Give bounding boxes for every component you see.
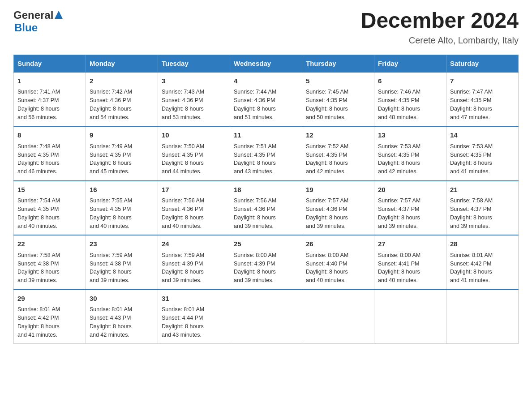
day-number: 23 — [90, 239, 154, 249]
day-info: Sunrise: 8:01 AMSunset: 4:44 PMDaylight:… — [162, 305, 226, 339]
day-info: Sunrise: 7:56 AMSunset: 4:36 PMDaylight:… — [162, 197, 226, 230]
day-number: 6 — [378, 76, 442, 86]
day-info: Sunrise: 7:57 AMSunset: 4:37 PMDaylight:… — [378, 197, 442, 230]
calendar-week-row: 29Sunrise: 8:01 AMSunset: 4:42 PMDayligh… — [14, 290, 519, 344]
col-saturday: Saturday — [446, 55, 519, 72]
logo: General Blue — [13, 9, 63, 34]
day-info: Sunrise: 7:54 AMSunset: 4:35 PMDaylight:… — [17, 197, 82, 230]
calendar-header-row: Sunday Monday Tuesday Wednesday Thursday… — [14, 55, 519, 72]
table-row — [302, 290, 374, 344]
table-row: 26Sunrise: 8:00 AMSunset: 4:40 PMDayligh… — [302, 235, 374, 290]
table-row: 6Sunrise: 7:46 AMSunset: 4:35 PMDaylight… — [374, 72, 446, 127]
table-row: 24Sunrise: 7:59 AMSunset: 4:39 PMDayligh… — [158, 235, 230, 290]
table-row: 28Sunrise: 8:01 AMSunset: 4:42 PMDayligh… — [446, 235, 519, 290]
table-row — [374, 290, 446, 344]
table-row: 18Sunrise: 7:56 AMSunset: 4:36 PMDayligh… — [230, 181, 302, 235]
calendar-week-row: 1Sunrise: 7:41 AMSunset: 4:37 PMDaylight… — [14, 72, 519, 127]
table-row: 11Sunrise: 7:51 AMSunset: 4:35 PMDayligh… — [230, 126, 302, 181]
day-info: Sunrise: 7:58 AMSunset: 4:37 PMDaylight:… — [450, 197, 515, 230]
day-info: Sunrise: 7:59 AMSunset: 4:38 PMDaylight:… — [90, 251, 154, 285]
day-info: Sunrise: 8:00 AMSunset: 4:41 PMDaylight:… — [378, 251, 442, 285]
day-number: 3 — [162, 76, 226, 86]
col-wednesday: Wednesday — [230, 55, 302, 72]
day-info: Sunrise: 7:56 AMSunset: 4:36 PMDaylight:… — [234, 197, 298, 230]
title-area: December 2024 Cerete Alto, Lombardy, Ita… — [361, 9, 519, 46]
calendar-table: Sunday Monday Tuesday Wednesday Thursday… — [13, 55, 519, 344]
day-info: Sunrise: 8:01 AMSunset: 4:42 PMDaylight:… — [450, 251, 515, 285]
day-number: 30 — [90, 294, 154, 304]
day-number: 9 — [90, 130, 154, 141]
svg-marker-0 — [55, 11, 63, 19]
table-row: 27Sunrise: 8:00 AMSunset: 4:41 PMDayligh… — [374, 235, 446, 290]
day-number: 29 — [17, 294, 82, 304]
day-number: 19 — [306, 185, 370, 195]
day-info: Sunrise: 7:52 AMSunset: 4:35 PMDaylight:… — [306, 142, 370, 176]
day-number: 1 — [17, 76, 82, 86]
col-monday: Monday — [86, 55, 158, 72]
table-row — [230, 290, 302, 344]
day-info: Sunrise: 7:58 AMSunset: 4:38 PMDaylight:… — [17, 251, 82, 285]
day-info: Sunrise: 7:41 AMSunset: 4:37 PMDaylight:… — [17, 88, 82, 121]
day-number: 14 — [450, 130, 515, 141]
day-number: 7 — [450, 76, 515, 86]
day-number: 16 — [90, 185, 154, 195]
table-row: 31Sunrise: 8:01 AMSunset: 4:44 PMDayligh… — [158, 290, 230, 344]
day-number: 5 — [306, 76, 370, 86]
day-number: 17 — [162, 185, 226, 195]
table-row: 5Sunrise: 7:45 AMSunset: 4:35 PMDaylight… — [302, 72, 374, 127]
table-row: 29Sunrise: 8:01 AMSunset: 4:42 PMDayligh… — [14, 290, 86, 344]
table-row: 2Sunrise: 7:42 AMSunset: 4:36 PMDaylight… — [86, 72, 158, 127]
day-number: 13 — [378, 130, 442, 141]
page-header: General Blue December 2024 Cerete Alto, … — [13, 9, 519, 46]
table-row: 9Sunrise: 7:49 AMSunset: 4:35 PMDaylight… — [86, 126, 158, 181]
day-info: Sunrise: 7:42 AMSunset: 4:36 PMDaylight:… — [90, 88, 154, 121]
day-info: Sunrise: 7:43 AMSunset: 4:36 PMDaylight:… — [162, 88, 226, 121]
day-number: 24 — [162, 239, 226, 249]
day-number: 28 — [450, 239, 515, 249]
table-row: 13Sunrise: 7:53 AMSunset: 4:35 PMDayligh… — [374, 126, 446, 181]
col-tuesday: Tuesday — [158, 55, 230, 72]
day-info: Sunrise: 7:57 AMSunset: 4:36 PMDaylight:… — [306, 197, 370, 230]
day-number: 15 — [17, 185, 82, 195]
day-info: Sunrise: 8:01 AMSunset: 4:42 PMDaylight:… — [17, 305, 82, 339]
table-row: 23Sunrise: 7:59 AMSunset: 4:38 PMDayligh… — [86, 235, 158, 290]
day-info: Sunrise: 7:44 AMSunset: 4:36 PMDaylight:… — [234, 88, 298, 121]
day-number: 8 — [17, 130, 82, 141]
logo-general-text: General — [13, 9, 53, 21]
day-info: Sunrise: 8:00 AMSunset: 4:39 PMDaylight:… — [234, 251, 298, 285]
day-number: 12 — [306, 130, 370, 141]
col-thursday: Thursday — [302, 55, 374, 72]
day-number: 26 — [306, 239, 370, 249]
calendar-week-row: 15Sunrise: 7:54 AMSunset: 4:35 PMDayligh… — [14, 181, 519, 235]
calendar-week-row: 22Sunrise: 7:58 AMSunset: 4:38 PMDayligh… — [14, 235, 519, 290]
day-info: Sunrise: 7:49 AMSunset: 4:35 PMDaylight:… — [90, 142, 154, 176]
location-subtitle: Cerete Alto, Lombardy, Italy — [361, 35, 519, 46]
col-friday: Friday — [374, 55, 446, 72]
day-info: Sunrise: 7:46 AMSunset: 4:35 PMDaylight:… — [378, 88, 442, 121]
table-row: 15Sunrise: 7:54 AMSunset: 4:35 PMDayligh… — [14, 181, 86, 235]
day-info: Sunrise: 7:51 AMSunset: 4:35 PMDaylight:… — [234, 142, 298, 176]
day-number: 21 — [450, 185, 515, 195]
day-info: Sunrise: 8:01 AMSunset: 4:43 PMDaylight:… — [90, 305, 154, 339]
table-row: 1Sunrise: 7:41 AMSunset: 4:37 PMDaylight… — [14, 72, 86, 127]
table-row: 22Sunrise: 7:58 AMSunset: 4:38 PMDayligh… — [14, 235, 86, 290]
table-row: 14Sunrise: 7:53 AMSunset: 4:35 PMDayligh… — [446, 126, 519, 181]
table-row: 20Sunrise: 7:57 AMSunset: 4:37 PMDayligh… — [374, 181, 446, 235]
table-row: 16Sunrise: 7:55 AMSunset: 4:35 PMDayligh… — [86, 181, 158, 235]
table-row: 10Sunrise: 7:50 AMSunset: 4:35 PMDayligh… — [158, 126, 230, 181]
table-row: 21Sunrise: 7:58 AMSunset: 4:37 PMDayligh… — [446, 181, 519, 235]
month-title: December 2024 — [361, 9, 519, 33]
table-row — [446, 290, 519, 344]
day-number: 27 — [378, 239, 442, 249]
table-row: 7Sunrise: 7:47 AMSunset: 4:35 PMDaylight… — [446, 72, 519, 127]
day-info: Sunrise: 7:55 AMSunset: 4:35 PMDaylight:… — [90, 197, 154, 230]
table-row: 25Sunrise: 8:00 AMSunset: 4:39 PMDayligh… — [230, 235, 302, 290]
day-number: 31 — [162, 294, 226, 304]
table-row: 30Sunrise: 8:01 AMSunset: 4:43 PMDayligh… — [86, 290, 158, 344]
day-info: Sunrise: 7:50 AMSunset: 4:35 PMDaylight:… — [162, 142, 226, 176]
day-number: 25 — [234, 239, 298, 249]
logo-triangle-icon — [55, 11, 63, 21]
table-row: 12Sunrise: 7:52 AMSunset: 4:35 PMDayligh… — [302, 126, 374, 181]
day-number: 20 — [378, 185, 442, 195]
day-info: Sunrise: 7:48 AMSunset: 4:35 PMDaylight:… — [17, 142, 82, 176]
